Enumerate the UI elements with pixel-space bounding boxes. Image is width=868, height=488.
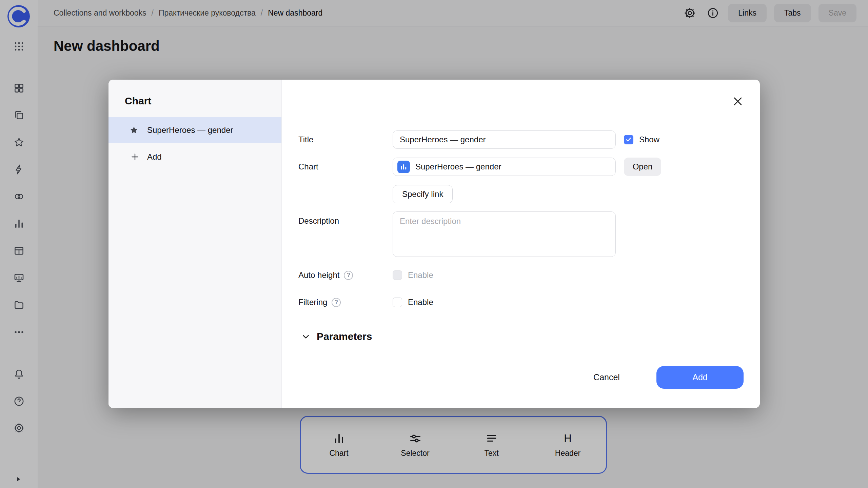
show-checkbox-row[interactable]: Show [624, 135, 659, 144]
filtering-label: Filtering ? [298, 298, 341, 307]
auto-height-help-icon[interactable]: ? [344, 271, 353, 280]
add-chart-tab-button[interactable]: Add [128, 149, 164, 165]
close-button[interactable] [729, 93, 747, 110]
open-chart-button[interactable]: Open [624, 158, 661, 176]
modal-panel-title: Chart [125, 95, 151, 107]
auto-height-label: Auto height ? [298, 270, 353, 280]
show-checkbox-label: Show [639, 135, 659, 144]
title-input[interactable] [393, 130, 616, 149]
modal-left-panel: Chart SuperHeroes — gender Add [108, 80, 282, 408]
chart-settings-modal: Chart SuperHeroes — gender Add Title [108, 80, 760, 408]
chart-list-item-label: SuperHeroes — gender [147, 125, 233, 135]
add-button[interactable]: Add [656, 366, 744, 389]
chart-select-input[interactable]: SuperHeroes — gender [393, 158, 616, 176]
add-chart-tab-label: Add [147, 152, 162, 162]
filtering-enable-label: Enable [408, 298, 433, 307]
close-icon [732, 96, 744, 107]
auto-height-checkbox-row: Enable [393, 270, 433, 280]
show-checkbox[interactable] [624, 135, 633, 144]
app-root: Collections and workbooks / Практические… [0, 0, 868, 488]
star-filled-icon [129, 125, 139, 135]
check-icon [625, 136, 632, 143]
filtering-checkbox-row[interactable]: Enable [393, 298, 433, 307]
specify-link-button[interactable]: Specify link [393, 185, 453, 203]
filtering-help-icon[interactable]: ? [332, 298, 341, 307]
parameters-toggle[interactable]: Parameters [299, 330, 374, 343]
chart-list-item-selected[interactable]: SuperHeroes — gender [108, 117, 281, 143]
auto-height-checkbox[interactable] [393, 270, 402, 280]
chart-select-value: SuperHeroes — gender [415, 162, 501, 171]
description-textarea[interactable] [393, 211, 616, 257]
plus-icon [130, 152, 140, 162]
auto-height-enable-label: Enable [408, 270, 433, 280]
cancel-button[interactable]: Cancel [578, 367, 635, 388]
chart-label: Chart [298, 162, 318, 171]
chevron-down-icon [301, 331, 311, 342]
parameters-label: Parameters [317, 331, 372, 342]
description-label: Description [298, 216, 339, 226]
title-label: Title [298, 135, 313, 144]
chart-type-icon [397, 161, 410, 173]
filtering-checkbox[interactable] [393, 298, 402, 307]
